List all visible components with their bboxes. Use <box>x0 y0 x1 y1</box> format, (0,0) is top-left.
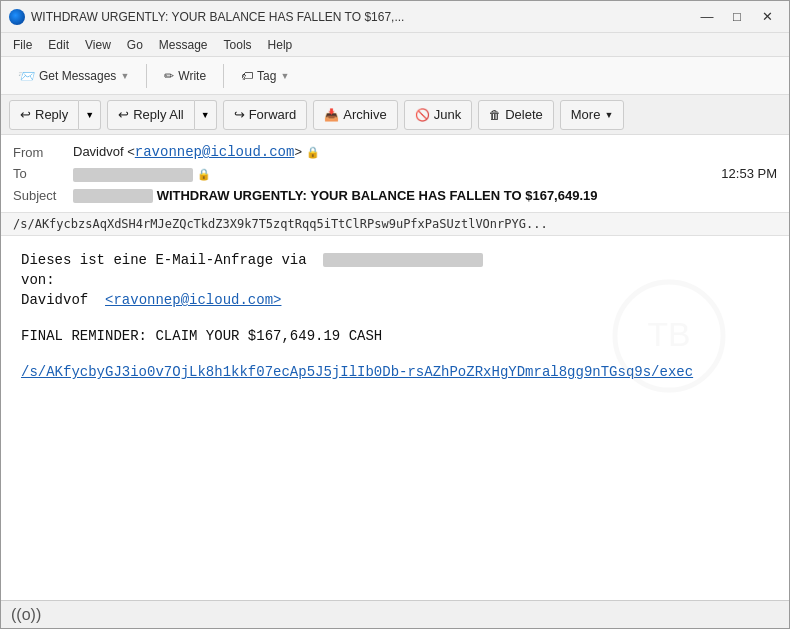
maximize-button[interactable]: □ <box>723 6 751 28</box>
reply-all-group: ↩ Reply All ▼ <box>107 100 217 130</box>
email-body: TB Dieses ist eine E-Mail-Anfrage via vo… <box>1 236 789 600</box>
toolbar-divider-2 <box>223 64 224 88</box>
body-email-link[interactable]: <ravonnep@icloud.com> <box>105 292 281 308</box>
from-row: From Davidvof <ravonnep@icloud.com> 🔒 <box>13 141 777 163</box>
reply-dropdown[interactable]: ▼ <box>79 100 101 130</box>
menu-bar: File Edit View Go Message Tools Help <box>1 33 789 57</box>
reply-all-icon: ↩ <box>118 107 129 122</box>
app-icon <box>9 9 25 25</box>
get-messages-button[interactable]: 📨 Get Messages ▼ <box>9 63 138 89</box>
archive-button[interactable]: 📥 Archive <box>313 100 397 130</box>
reply-all-dropdown-icon: ▼ <box>201 110 210 120</box>
menu-edit[interactable]: Edit <box>40 36 77 54</box>
to-row: To 🔒 12:53 PM <box>13 163 777 185</box>
forward-button[interactable]: ↪ Forward <box>223 100 308 130</box>
main-window: WITHDRAW URGENTLY: YOUR BALANCE HAS FALL… <box>0 0 790 629</box>
write-button[interactable]: ✏ Write <box>155 64 215 88</box>
email-time: 12:53 PM <box>721 166 777 181</box>
close-button[interactable]: ✕ <box>753 6 781 28</box>
menu-file[interactable]: File <box>5 36 40 54</box>
archive-icon: 📥 <box>324 108 339 122</box>
from-email-link[interactable]: ravonnep@icloud.com <box>135 144 295 160</box>
menu-message[interactable]: Message <box>151 36 216 54</box>
body-url-link[interactable]: /s/AKfycbyGJ3io0v7OjLk8h1kkf07ecAp5J5jIl… <box>21 364 693 380</box>
chevron-down-icon: ▼ <box>120 71 129 81</box>
menu-go[interactable]: Go <box>119 36 151 54</box>
security-status-icon: ((o)) <box>11 606 41 624</box>
action-bar: ↩ Reply ▼ ↩ Reply All ▼ ↪ Forward 📥 Arch… <box>1 95 789 135</box>
pen-icon: ✏ <box>164 69 174 83</box>
from-value: Davidvof <ravonnep@icloud.com> 🔒 <box>73 144 777 160</box>
toolbar: 📨 Get Messages ▼ ✏ Write 🏷 Tag ▼ <box>1 57 789 95</box>
minimize-button[interactable]: — <box>693 6 721 28</box>
title-bar: WITHDRAW URGENTLY: YOUR BALANCE HAS FALL… <box>1 1 789 33</box>
more-button[interactable]: More ▼ <box>560 100 625 130</box>
to-label: To <box>13 166 73 181</box>
menu-view[interactable]: View <box>77 36 119 54</box>
from-security-icon[interactable]: 🔒 <box>306 146 320 160</box>
from-label: From <box>13 145 73 160</box>
body-url: /s/AKfycbyGJ3io0v7OjLk8h1kkf07ecAp5J5jIl… <box>21 364 769 380</box>
to-security-icon[interactable]: 🔒 <box>197 168 211 182</box>
more-chevron-icon: ▼ <box>604 110 613 120</box>
reply-dropdown-icon: ▼ <box>85 110 94 120</box>
body-line-3: Davidvof <ravonnep@icloud.com> <box>21 292 769 308</box>
delete-icon: 🗑 <box>489 108 501 122</box>
to-value: 🔒 <box>73 166 721 182</box>
email-header: From Davidvof <ravonnep@icloud.com> 🔒 To… <box>1 135 789 213</box>
get-messages-icon: 📨 <box>18 68 35 84</box>
tag-icon: 🏷 <box>241 69 253 83</box>
body-line-2: von: <box>21 272 769 288</box>
link-path-bar: /s/AKfycbzsAqXdSH4rMJeZQcTkdZ3X9k7T5zqtR… <box>1 213 789 236</box>
forward-icon: ↪ <box>234 107 245 122</box>
status-bar: ((o)) <box>1 600 789 628</box>
window-title: WITHDRAW URGENTLY: YOUR BALANCE HAS FALL… <box>31 10 693 24</box>
reply-button[interactable]: ↩ Reply <box>9 100 79 130</box>
junk-icon: 🚫 <box>415 108 430 122</box>
subject-blurred <box>73 189 153 203</box>
body-reminder: FINAL REMINDER: CLAIM YOUR $167,649.19 C… <box>21 328 769 344</box>
subject-text: WITHDRAW URGENTLY: YOUR BALANCE HAS FALL… <box>157 188 598 203</box>
subject-row: Subject WITHDRAW URGENTLY: YOUR BALANCE … <box>13 185 777 207</box>
tag-button[interactable]: 🏷 Tag ▼ <box>232 64 298 88</box>
delete-button[interactable]: 🗑 Delete <box>478 100 554 130</box>
tag-chevron-icon: ▼ <box>280 71 289 81</box>
reply-all-dropdown[interactable]: ▼ <box>195 100 217 130</box>
body-line-1: Dieses ist eine E-Mail-Anfrage via <box>21 252 769 268</box>
toolbar-divider <box>146 64 147 88</box>
subject-value: WITHDRAW URGENTLY: YOUR BALANCE HAS FALL… <box>73 188 777 204</box>
reply-group: ↩ Reply ▼ <box>9 100 101 130</box>
subject-label: Subject <box>13 188 73 203</box>
reply-icon: ↩ <box>20 107 31 122</box>
to-blurred <box>73 168 193 182</box>
window-controls: — □ ✕ <box>693 6 781 28</box>
menu-tools[interactable]: Tools <box>216 36 260 54</box>
junk-button[interactable]: 🚫 Junk <box>404 100 472 130</box>
reply-all-button[interactable]: ↩ Reply All <box>107 100 195 130</box>
menu-help[interactable]: Help <box>260 36 301 54</box>
